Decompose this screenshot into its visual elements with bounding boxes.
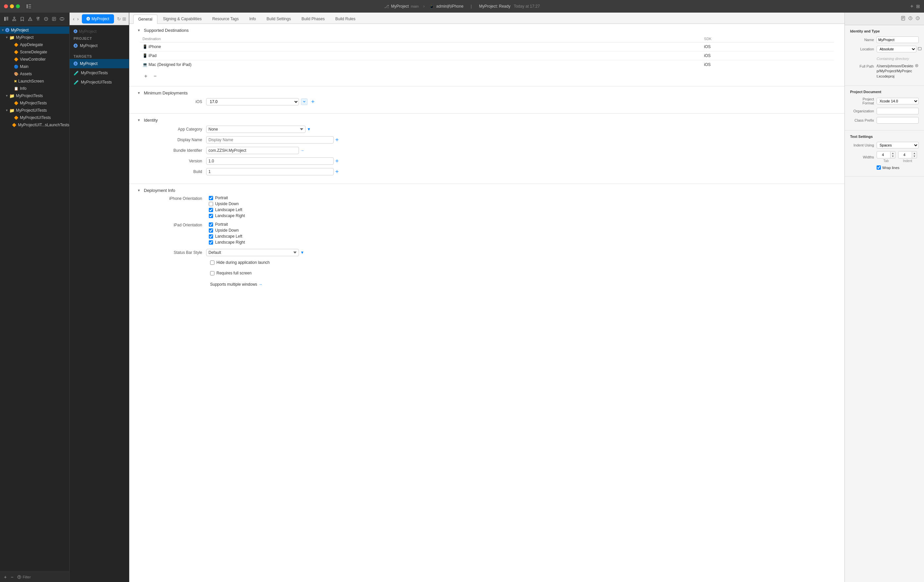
- tab-build-phases[interactable]: Build Phases: [297, 14, 330, 23]
- iphone-portrait-checkbox[interactable]: [209, 196, 213, 200]
- version-input[interactable]: [206, 157, 334, 165]
- display-name-add-btn[interactable]: +: [335, 137, 339, 143]
- nav-split-icon[interactable]: ⊞: [122, 16, 126, 21]
- location-browse-icon[interactable]: [918, 47, 922, 52]
- sidebar-item-myprojectuitests-folder[interactable]: ▼ 📁 MyProjectUITests: [0, 107, 69, 114]
- nav-back-button[interactable]: ‹: [72, 16, 75, 22]
- remove-destination-button[interactable]: −: [152, 73, 158, 79]
- class-prefix-input[interactable]: [876, 117, 919, 124]
- split-view-icon[interactable]: ⊞: [916, 4, 920, 9]
- nav-refresh-icon[interactable]: ↻: [117, 16, 121, 21]
- nav-forward-button[interactable]: ›: [77, 16, 79, 22]
- bookmark-icon[interactable]: [18, 15, 26, 23]
- tab-width-up-btn[interactable]: ▲: [891, 152, 895, 155]
- indent-width-input[interactable]: [898, 152, 912, 158]
- sidebar-toggle-icon[interactable]: [25, 3, 33, 10]
- memory-icon[interactable]: [58, 15, 66, 23]
- status-bar-select[interactable]: Default: [206, 249, 299, 256]
- sidebar-item-myprojectuitests[interactable]: 🔶 MyProjectUITests: [0, 114, 69, 121]
- organization-input[interactable]: [876, 108, 919, 114]
- target-item-myprojectuitests[interactable]: 🧪 MyProjectUITests: [69, 77, 129, 87]
- sidebar-item-info[interactable]: 📋 Info: [0, 85, 69, 92]
- ipad-portrait-checkbox[interactable]: [209, 223, 213, 227]
- version-add-btn[interactable]: +: [335, 158, 339, 164]
- bundle-identifier-input[interactable]: [206, 147, 299, 154]
- hide-launch-checkbox[interactable]: [210, 260, 214, 265]
- main-scroll-area: ▼ Supported Destinations Destination SDK: [129, 24, 845, 582]
- iphone-upside-down-checkbox[interactable]: [209, 202, 213, 206]
- filter-control[interactable]: Filter: [17, 575, 30, 579]
- indent-width-up-btn[interactable]: ▲: [912, 152, 917, 155]
- tab-signing[interactable]: Signing & Capabilities: [158, 14, 207, 23]
- file-inspector-icon[interactable]: [901, 16, 906, 21]
- table-row[interactable]: 💻 Mac (Designed for iPad) iOS: [140, 60, 834, 69]
- history-icon[interactable]: [908, 16, 913, 21]
- sidebar-item-myproject-root[interactable]: ▼ 🅐 MyProject: [0, 26, 69, 34]
- indent-using-select[interactable]: Spaces Tabs: [876, 142, 919, 148]
- close-button[interactable]: [4, 4, 8, 8]
- target-item-myprojecttests[interactable]: 🧪 MyProjectTests: [69, 68, 129, 77]
- add-destination-button[interactable]: +: [142, 73, 149, 79]
- tab-build-settings[interactable]: Build Settings: [261, 14, 295, 23]
- build-add-btn[interactable]: +: [335, 169, 339, 175]
- minimize-button[interactable]: [10, 4, 14, 8]
- app-category-select[interactable]: None: [206, 125, 305, 133]
- tab-general[interactable]: General: [133, 15, 157, 24]
- tab-info[interactable]: Info: [244, 14, 261, 23]
- debug-icon[interactable]: [43, 15, 50, 23]
- ios-version-select[interactable]: 17.0: [206, 98, 299, 106]
- wrap-lines-checkbox[interactable]: [876, 165, 881, 170]
- ios-version-toggle[interactable]: [301, 99, 308, 105]
- sidebar-item-myprojectuitlaunch[interactable]: 🔶 MyProjectUIT...sLaunchTests: [0, 121, 69, 129]
- sidebar-item-scenedelegate[interactable]: 🔶 SceneDelegate: [0, 48, 69, 56]
- full-path-reveal-icon[interactable]: [915, 64, 919, 68]
- reports-icon[interactable]: [50, 15, 58, 23]
- tab-width-down-btn[interactable]: ▼: [891, 155, 895, 158]
- project-item-myproject[interactable]: 🅐 MyProject: [69, 41, 129, 50]
- active-nav-tab[interactable]: 🅐 MyProject: [82, 14, 114, 23]
- target-item-myproject[interactable]: 🅐 MyProject: [69, 59, 129, 68]
- supported-destinations-header[interactable]: ▼ Supported Destinations: [137, 24, 837, 35]
- issue-icon[interactable]: [26, 15, 34, 23]
- bundle-identifier-link-icon[interactable]: →: [300, 148, 304, 153]
- help-icon[interactable]: ?: [916, 16, 920, 21]
- sidebar-item-viewcontroller[interactable]: 🔶 ViewController: [0, 56, 69, 63]
- add-deployment-button[interactable]: +: [310, 99, 316, 105]
- add-tab-button[interactable]: +: [911, 3, 913, 9]
- sidebar-item-launchscreen[interactable]: ✖ LaunchScreen: [0, 77, 69, 85]
- maximize-button[interactable]: [16, 4, 20, 8]
- tab-resource[interactable]: Resource Tags: [207, 14, 244, 23]
- sidebar-item-assets[interactable]: 🎨 Assets: [0, 70, 69, 77]
- display-name-input[interactable]: [206, 136, 334, 143]
- iphone-landscape-right-checkbox[interactable]: [209, 214, 213, 218]
- minimum-deployments-header[interactable]: ▼ Minimum Deployments: [137, 86, 837, 98]
- tab-build-rules[interactable]: Build Rules: [330, 14, 361, 23]
- indent-width-down-btn[interactable]: ▼: [912, 155, 917, 158]
- build-input[interactable]: [206, 168, 334, 175]
- identity-header[interactable]: ▼ Identity: [137, 114, 837, 125]
- tab-width-input[interactable]: [877, 152, 890, 158]
- sidebar-item-myprojecttests[interactable]: 🔶 MyProjectTests: [0, 99, 69, 107]
- name-input[interactable]: [876, 36, 919, 43]
- ipad-landscape-left-checkbox[interactable]: [209, 234, 213, 239]
- remove-file-button[interactable]: −: [9, 574, 15, 580]
- project-format-select[interactable]: Xcode 14.0 Xcode 13.0: [876, 98, 919, 104]
- sidebar-item-myproject-folder[interactable]: ▼ 📁 MyProject: [0, 34, 69, 41]
- ipad-landscape-right-checkbox[interactable]: [209, 240, 213, 245]
- folder-icon: 📁: [9, 35, 15, 40]
- source-control-icon[interactable]: [11, 15, 18, 23]
- deployment-info-header[interactable]: ▼ Deployment Info: [137, 184, 837, 196]
- table-row[interactable]: 📱 iPad iOS: [140, 51, 834, 60]
- location-select[interactable]: Absolute Relative to Group Relative to P…: [876, 46, 916, 52]
- requires-full-screen-checkbox[interactable]: [210, 271, 214, 275]
- test-icon[interactable]: [35, 15, 42, 23]
- table-row[interactable]: 📱 iPhone iOS: [140, 43, 834, 51]
- project-nav-icon[interactable]: [3, 15, 10, 23]
- iphone-landscape-left-checkbox[interactable]: [209, 208, 213, 212]
- ipad-upside-down-checkbox[interactable]: [209, 228, 213, 232]
- add-file-button[interactable]: +: [3, 574, 8, 580]
- sidebar-item-main[interactable]: 🔵 Main: [0, 63, 69, 70]
- multiple-windows-link-icon[interactable]: →: [259, 282, 262, 287]
- sidebar-item-myprojecttests-folder[interactable]: ▼ 📁 MyProjectTests: [0, 92, 69, 99]
- sidebar-item-appdelegate[interactable]: 🔶 AppDelegate: [0, 41, 69, 48]
